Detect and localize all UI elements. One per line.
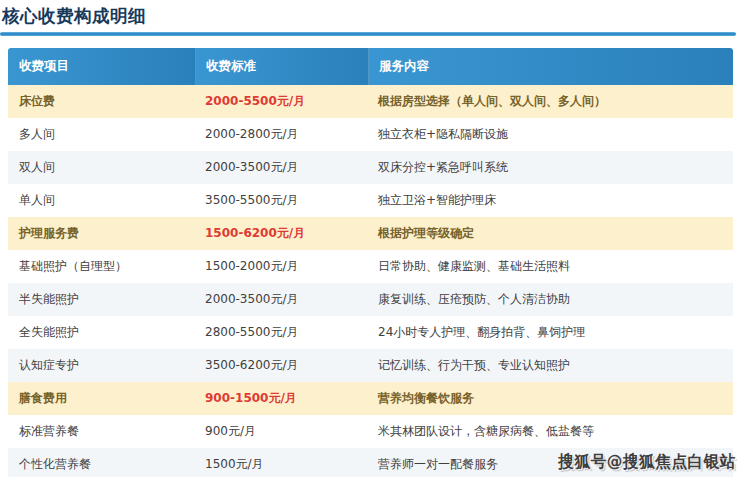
title-divider [0, 32, 736, 36]
item-cell: 膳食费用 [8, 382, 195, 415]
price-cell: 900元/月 [195, 415, 368, 448]
watermark: 搜狐号@搜狐焦点白银站 [558, 451, 736, 473]
item-cell: 个性化营养餐 [8, 448, 195, 477]
table-row: 单人间3500-5500元/月独立卫浴+智能护理床 [8, 184, 733, 217]
table-row: 全失能照护2800-5500元/月24小时专人护理、翻身拍背、鼻饲护理 [8, 316, 733, 349]
price-cell: 1500元/月 [195, 448, 368, 477]
item-cell: 多人间 [8, 118, 195, 151]
item-cell: 半失能照护 [8, 283, 195, 316]
column-header-item: 收费项目 [8, 48, 195, 85]
item-cell: 认知症专护 [8, 349, 195, 382]
table-row: 多人间2000-2800元/月独立衣柜+隐私隔断设施 [8, 118, 733, 151]
table-body: 床位费2000-5500元/月根据房型选择（单人间、双人间、多人间）多人间200… [8, 85, 733, 477]
price-cell: 2000-2800元/月 [195, 118, 368, 151]
item-cell: 床位费 [8, 85, 195, 118]
item-cell: 护理服务费 [8, 217, 195, 250]
service-cell: 记忆训练、行为干预、专业认知照护 [368, 349, 733, 382]
price-cell: 2000-3500元/月 [195, 151, 368, 184]
column-header-service: 服务内容 [368, 48, 733, 85]
service-cell: 日常协助、健康监测、基础生活照料 [368, 250, 733, 283]
item-cell: 双人间 [8, 151, 195, 184]
price-cell: 1500-6200元/月 [195, 217, 368, 250]
service-cell: 双床分控+紧急呼叫系统 [368, 151, 733, 184]
column-header-price: 收费标准 [195, 48, 368, 85]
price-cell: 2000-3500元/月 [195, 283, 368, 316]
service-cell: 营养均衡餐饮服务 [368, 382, 733, 415]
service-cell: 独立卫浴+智能护理床 [368, 184, 733, 217]
table-row: 双人间2000-3500元/月双床分控+紧急呼叫系统 [8, 151, 733, 184]
table-row: 膳食费用900-1500元/月营养均衡餐饮服务 [8, 382, 733, 415]
service-cell: 根据房型选择（单人间、双人间、多人间） [368, 85, 733, 118]
service-cell: 康复训练、压疮预防、个人清洁协助 [368, 283, 733, 316]
price-cell: 3500-5500元/月 [195, 184, 368, 217]
service-cell: 24小时专人护理、翻身拍背、鼻饲护理 [368, 316, 733, 349]
item-cell: 全失能照护 [8, 316, 195, 349]
price-cell: 2800-5500元/月 [195, 316, 368, 349]
fee-table: 收费项目 收费标准 服务内容 床位费2000-5500元/月根据房型选择（单人间… [8, 48, 733, 477]
table-row: 基础照护（自理型）1500-2000元/月日常协助、健康监测、基础生活照料 [8, 250, 733, 283]
price-cell: 900-1500元/月 [195, 382, 368, 415]
table-row: 半失能照护2000-3500元/月康复训练、压疮预防、个人清洁协助 [8, 283, 733, 316]
service-cell: 独立衣柜+隐私隔断设施 [368, 118, 733, 151]
table-row: 床位费2000-5500元/月根据房型选择（单人间、双人间、多人间） [8, 85, 733, 118]
item-cell: 标准营养餐 [8, 415, 195, 448]
item-cell: 单人间 [8, 184, 195, 217]
service-cell: 根据护理等级确定 [368, 217, 733, 250]
service-cell: 米其林团队设计，含糖尿病餐、低盐餐等 [368, 415, 733, 448]
price-cell: 2000-5500元/月 [195, 85, 368, 118]
table-row: 认知症专护3500-6200元/月记忆训练、行为干预、专业认知照护 [8, 349, 733, 382]
page-title: 核心收费构成明细 [2, 4, 740, 29]
price-cell: 1500-2000元/月 [195, 250, 368, 283]
price-cell: 3500-6200元/月 [195, 349, 368, 382]
item-cell: 基础照护（自理型） [8, 250, 195, 283]
table-row: 护理服务费1500-6200元/月根据护理等级确定 [8, 217, 733, 250]
table-row: 标准营养餐900元/月米其林团队设计，含糖尿病餐、低盐餐等 [8, 415, 733, 448]
table-header-row: 收费项目 收费标准 服务内容 [8, 48, 733, 85]
